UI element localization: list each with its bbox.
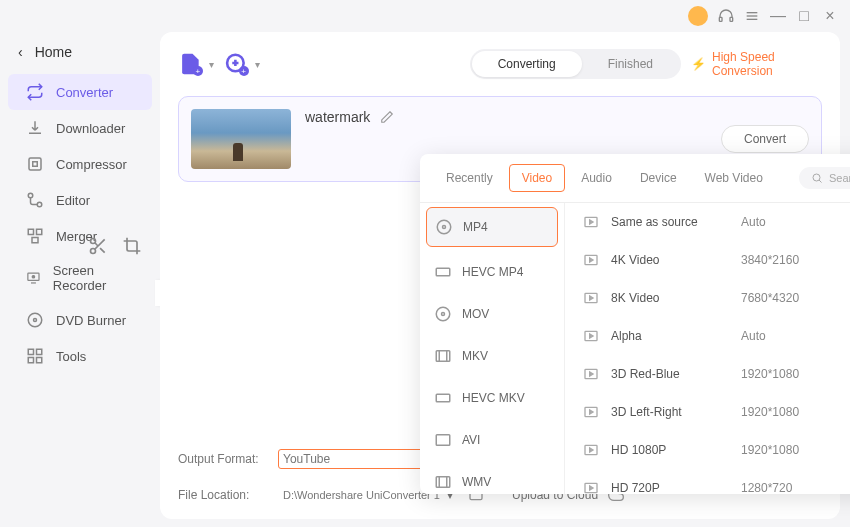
sidebar-item-compressor[interactable]: Compressor: [8, 146, 152, 182]
edit-name-icon[interactable]: [380, 110, 394, 124]
tools-icon: [26, 347, 44, 365]
search-icon: [811, 172, 823, 184]
screen-icon: [26, 269, 41, 287]
sidebar-item-converter[interactable]: Converter: [8, 74, 152, 110]
search-placeholder: Search: [829, 172, 850, 184]
hevc-icon: [434, 263, 452, 281]
svg-point-7: [37, 202, 42, 207]
compress-icon: [26, 155, 44, 173]
chevron-down-icon[interactable]: ▾: [209, 59, 214, 70]
crop-icon[interactable]: [122, 236, 142, 256]
hevc-icon: [434, 389, 452, 407]
play-icon: [583, 290, 599, 306]
svg-rect-37: [436, 477, 450, 488]
sidebar-item-dvd-burner[interactable]: DVD Burner: [8, 302, 152, 338]
format-hevc-mp4[interactable]: HEVC MP4: [420, 251, 564, 293]
svg-marker-52: [590, 410, 593, 414]
close-button[interactable]: ×: [822, 8, 838, 24]
cut-icon[interactable]: [88, 236, 108, 256]
format-list: MP4 HEVC MP4 MOV MKV HEVC MKV AVI WMV M4…: [420, 203, 565, 494]
resolution-row[interactable]: 4K Video3840*2160: [565, 241, 850, 279]
play-icon: [583, 480, 599, 494]
svg-rect-17: [28, 358, 33, 363]
editor-icon: [26, 191, 44, 209]
svg-rect-5: [29, 158, 41, 170]
resolution-row[interactable]: Same as sourceAuto: [565, 203, 850, 241]
format-mov[interactable]: MOV: [420, 293, 564, 335]
tab-device[interactable]: Device: [628, 165, 689, 191]
download-icon: [26, 119, 44, 137]
format-avi[interactable]: AVI: [420, 419, 564, 461]
tab-converting[interactable]: Converting: [472, 51, 582, 77]
play-icon: [583, 366, 599, 382]
svg-rect-0: [719, 17, 722, 21]
svg-line-24: [95, 243, 98, 246]
format-wmv[interactable]: WMV: [420, 461, 564, 494]
add-file-button[interactable]: +: [178, 50, 203, 78]
format-mp4[interactable]: MP4: [426, 207, 558, 247]
converter-icon: [26, 83, 44, 101]
resolution-row[interactable]: HD 1080P1920*1080: [565, 431, 850, 469]
output-format-select[interactable]: YouTube ▾: [278, 449, 438, 469]
menu-icon[interactable]: [744, 8, 760, 24]
chevron-down-icon[interactable]: ▾: [255, 59, 260, 70]
tab-finished[interactable]: Finished: [582, 51, 679, 77]
svg-marker-56: [590, 486, 593, 490]
svg-line-23: [100, 248, 105, 253]
format-search[interactable]: Search: [799, 167, 850, 189]
lightning-icon: ⚡: [691, 57, 706, 71]
play-icon: [583, 214, 599, 230]
play-icon: [583, 442, 599, 458]
high-speed-conversion[interactable]: ⚡ High Speed Conversion: [691, 50, 822, 78]
format-tabs: Recently Video Audio Device Web Video Se…: [420, 154, 850, 203]
add-url-button[interactable]: +: [224, 50, 249, 78]
svg-point-21: [91, 249, 96, 254]
maximize-button[interactable]: □: [796, 8, 812, 24]
video-tools: [88, 236, 142, 256]
svg-point-30: [436, 307, 450, 321]
sidebar-item-screen-recorder[interactable]: Screen Recorder: [8, 254, 152, 302]
tab-web-video[interactable]: Web Video: [693, 165, 775, 191]
resolution-row[interactable]: HD 720P1280*720: [565, 469, 850, 494]
tab-video[interactable]: Video: [509, 164, 565, 192]
sidebar-item-tools[interactable]: Tools: [8, 338, 152, 374]
format-hevc-mkv[interactable]: HEVC MKV: [420, 377, 564, 419]
resolution-list: Same as sourceAuto 4K Video3840*2160 8K …: [565, 203, 850, 494]
film-icon: [434, 473, 452, 491]
resolution-row[interactable]: 3D Left-Right1920*1080: [565, 393, 850, 431]
sidebar: ‹ Home Converter Downloader Compressor E…: [0, 32, 160, 527]
format-selector-popup: Recently Video Audio Device Web Video Se…: [420, 154, 850, 494]
svg-line-26: [819, 180, 822, 183]
svg-rect-36: [436, 435, 450, 446]
sidebar-item-label: Screen Recorder: [53, 263, 134, 293]
chevron-left-icon: ‹: [18, 44, 23, 60]
minimize-button[interactable]: —: [770, 8, 786, 24]
svg-marker-42: [590, 220, 593, 224]
svg-point-12: [32, 276, 34, 278]
svg-rect-1: [730, 17, 733, 21]
convert-button[interactable]: Convert: [721, 125, 809, 153]
output-format-label: Output Format:: [178, 452, 268, 466]
resolution-row[interactable]: AlphaAuto: [565, 317, 850, 355]
tab-recently[interactable]: Recently: [434, 165, 505, 191]
play-icon: [583, 252, 599, 268]
file-location-label: File Location:: [178, 488, 268, 502]
merger-icon: [26, 227, 44, 245]
sidebar-item-label: Converter: [56, 85, 113, 100]
format-mkv[interactable]: MKV: [420, 335, 564, 377]
sidebar-item-downloader[interactable]: Downloader: [8, 110, 152, 146]
user-avatar[interactable]: [688, 6, 708, 26]
plus-icon: +: [193, 66, 203, 76]
sidebar-item-editor[interactable]: Editor: [8, 182, 152, 218]
back-home[interactable]: ‹ Home: [0, 40, 160, 74]
svg-rect-18: [37, 358, 42, 363]
svg-point-31: [442, 313, 445, 316]
svg-point-27: [437, 220, 451, 234]
resolution-row[interactable]: 8K Video7680*4320: [565, 279, 850, 317]
headset-icon[interactable]: [718, 8, 734, 24]
resolution-row[interactable]: 3D Red-Blue1920*1080: [565, 355, 850, 393]
tab-audio[interactable]: Audio: [569, 165, 624, 191]
video-thumbnail[interactable]: [191, 109, 291, 169]
svg-marker-48: [590, 334, 593, 338]
svg-rect-15: [28, 349, 33, 354]
